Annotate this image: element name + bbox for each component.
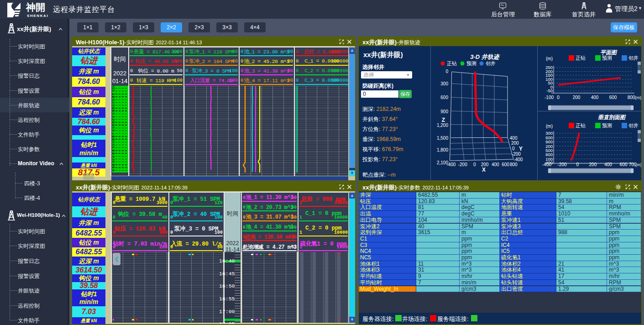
svg-text:400: 400 [510,136,518,141]
svg-text:X: X [482,167,486,173]
svg-text:300: 300 [440,81,448,86]
svg-text:0: 0 [576,162,579,167]
svg-text:600: 600 [502,162,509,167]
svg-text:1,500: 1,500 [437,136,448,141]
svg-text:Y: Y [519,146,523,152]
svg-text:-200: -200 [512,152,521,157]
svg-text:邻井: 邻井 [486,61,496,66]
svg-text:0: 0 [512,146,515,151]
svg-text:800: 800 [510,162,518,167]
svg-text:预测: 预测 [602,55,612,61]
svg-text:400: 400 [591,95,599,100]
svg-text:600: 600 [620,162,628,167]
svg-text:垂直剖面图: 垂直剖面图 [598,114,626,121]
svg-text:1,200: 1,200 [437,123,448,128]
svg-text:(m): (m) [635,162,641,167]
svg-text:-400: -400 [542,162,551,167]
svg-text:正钻: 正钻 [576,123,586,128]
svg-text:3-D 井轨迹: 3-D 井轨迹 [470,53,501,60]
svg-text:1,800: 1,800 [437,147,448,152]
svg-text:正钻: 正钻 [576,55,586,61]
svg-text:600: 600 [609,95,617,100]
svg-text:正钻: 正钻 [447,61,457,66]
svg-text:Z: Z [442,117,445,123]
svg-text:(m): (m) [635,95,641,100]
svg-text:200: 200 [511,141,519,146]
svg-text:预测: 预测 [466,61,476,66]
svg-text:(m): (m) [546,124,553,129]
svg-text:400: 400 [604,162,612,167]
svg-text:0: 0 [445,69,448,74]
svg-text:-200: -200 [558,162,567,167]
svg-text:预测: 预测 [602,123,612,128]
svg-text:800: 800 [628,95,635,100]
svg-text:200: 200 [589,162,597,167]
svg-text:600: 600 [440,95,448,100]
svg-text:0: 0 [557,95,560,100]
svg-text:0: 0 [473,162,476,167]
svg-text:邻井: 邻井 [628,55,639,61]
svg-text:200: 200 [573,95,581,100]
svg-text:900: 900 [440,109,448,114]
svg-text:400: 400 [492,162,499,167]
svg-text:-50: -50 [546,88,553,93]
svg-text:(m): (m) [546,56,553,61]
svg-text:邻井: 邻井 [628,123,639,128]
svg-text:-200: -200 [458,162,467,167]
svg-text:平面图: 平面图 [600,49,618,56]
svg-text:-400: -400 [446,162,456,167]
svg-text:-100: -100 [545,95,554,100]
